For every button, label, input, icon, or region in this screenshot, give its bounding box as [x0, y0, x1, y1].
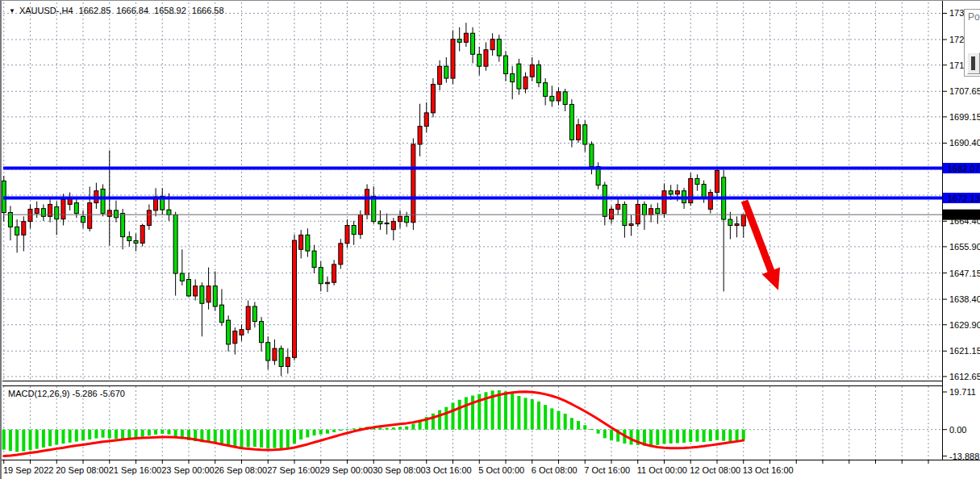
- candle-body: [252, 306, 256, 322]
- candle-body: [339, 244, 343, 264]
- macd-histogram-bar: [35, 430, 39, 449]
- candle-body: [715, 170, 719, 192]
- macd-histogram-bar: [438, 410, 441, 430]
- macd-histogram-bar: [253, 430, 256, 447]
- macd-histogram-bar: [577, 421, 580, 430]
- popup-label: Po: [968, 11, 980, 23]
- candle-body: [398, 216, 402, 221]
- candle-body: [101, 189, 105, 213]
- candle-body: [517, 64, 521, 89]
- macd-axis-label: 19.711: [949, 387, 976, 397]
- popup-button[interactable]: [967, 52, 980, 74]
- candle-body: [293, 240, 297, 357]
- candle-body: [504, 56, 508, 73]
- macd-histogram-bar: [392, 427, 395, 430]
- candle-body: [569, 104, 573, 140]
- macd-histogram-bar: [108, 430, 111, 439]
- candle-body: [484, 50, 488, 66]
- candle-body: [391, 222, 395, 230]
- candle-body: [15, 227, 19, 235]
- macd-histogram-bar: [656, 430, 659, 445]
- macd-histogram-bar: [227, 430, 230, 447]
- candle-body: [134, 240, 138, 243]
- macd-histogram-bar: [135, 430, 138, 438]
- macd-histogram-bar: [597, 430, 600, 434]
- candle-body: [662, 191, 666, 214]
- macd-axis-label: -13.888: [949, 452, 979, 461]
- candle-body: [114, 210, 118, 218]
- candle-body: [194, 286, 198, 296]
- macd-indicator-label: MACD(12,26,9) -5.286 -5.670: [8, 389, 125, 398]
- candle-body: [444, 66, 448, 78]
- candle-body: [55, 206, 59, 219]
- time-axis-label: 19 Sep 2022: [3, 465, 53, 475]
- candle-body: [411, 144, 415, 223]
- price-axis-label: 1629.90: [949, 320, 980, 330]
- trend-arrow[interactable]: [744, 201, 780, 290]
- macd-histogram-bar: [722, 430, 725, 441]
- candle-body: [405, 216, 409, 222]
- candle-body: [187, 280, 191, 296]
- macd-histogram-bar: [715, 430, 719, 440]
- macd-histogram-bar: [260, 430, 263, 448]
- price-chart-canvas[interactable]: 1733.651724.901716.401707.651699.151690.…: [2, 1, 980, 479]
- macd-histogram-bar: [22, 430, 25, 452]
- symbol-dropdown-icon[interactable]: ▼: [9, 7, 15, 15]
- macd-histogram-bar: [48, 430, 52, 447]
- candle-body: [424, 113, 428, 127]
- trend-arrow-shaft[interactable]: [744, 201, 773, 275]
- trend-arrow-head[interactable]: [762, 267, 780, 290]
- candle-body: [728, 219, 732, 225]
- macd-histogram-bar: [537, 402, 540, 430]
- macd-histogram-bar: [564, 414, 567, 430]
- macd-histogram-bar: [524, 398, 528, 429]
- popup-button-icon: [971, 56, 975, 70]
- macd-histogram-bar: [266, 430, 269, 448]
- macd-histogram-bar: [689, 430, 692, 442]
- time-axis-label: 20 Sep 08:00: [56, 465, 108, 475]
- ohlc-close: 1666.58: [192, 6, 224, 15]
- macd-histogram-bar: [352, 428, 356, 429]
- time-axis-label: 27 Sep 16:00: [267, 465, 319, 475]
- macd-histogram-bar: [293, 430, 296, 444]
- candle-body: [325, 282, 329, 283]
- macd-histogram-bar: [728, 430, 732, 441]
- macd-histogram-bar: [411, 424, 415, 430]
- popup-panel: Po: [964, 9, 980, 77]
- price-axis-label: 1647.15: [949, 269, 980, 278]
- candle-body: [35, 209, 39, 214]
- macd-histogram-bar: [326, 430, 329, 434]
- macd-histogram-bar: [471, 396, 474, 430]
- macd-histogram-bar: [676, 430, 679, 444]
- candle-body: [477, 54, 482, 66]
- time-axis-label: 13 Oct 16:00: [743, 465, 794, 475]
- candle-body: [41, 209, 45, 217]
- candle-body: [511, 73, 515, 81]
- candle-body: [702, 184, 706, 197]
- macd-axis-label: 0.00: [949, 425, 966, 435]
- time-axis-label: 23 Sep 00:00: [161, 465, 214, 475]
- price-axis-label: 1699.15: [949, 112, 980, 122]
- candle-body: [127, 237, 131, 241]
- macd-histogram-bar: [742, 430, 745, 440]
- macd-histogram-bar: [557, 411, 561, 430]
- macd-histogram-bar: [458, 400, 461, 430]
- macd-histogram-bar: [531, 399, 534, 430]
- candle-body: [332, 264, 336, 282]
- level-price-tag-label: 1682.07: [948, 164, 980, 173]
- macd-histogram-bar: [452, 403, 455, 430]
- macd-histogram-bar: [630, 430, 633, 445]
- macd-histogram-bar: [121, 430, 124, 439]
- candle-body: [418, 127, 422, 144]
- level-price-tag-label: 1672.13: [948, 194, 980, 203]
- macd-histogram-bar: [247, 430, 250, 448]
- macd-histogram-bar: [29, 430, 32, 451]
- macd-histogram-bar: [233, 430, 236, 448]
- candle-body: [319, 268, 323, 284]
- candle-body: [365, 190, 369, 215]
- candle-body: [312, 251, 316, 267]
- candle-body: [490, 40, 494, 50]
- candle-body: [656, 209, 660, 214]
- price-axis-label: 1638.40: [949, 294, 980, 304]
- candle-body: [147, 210, 151, 226]
